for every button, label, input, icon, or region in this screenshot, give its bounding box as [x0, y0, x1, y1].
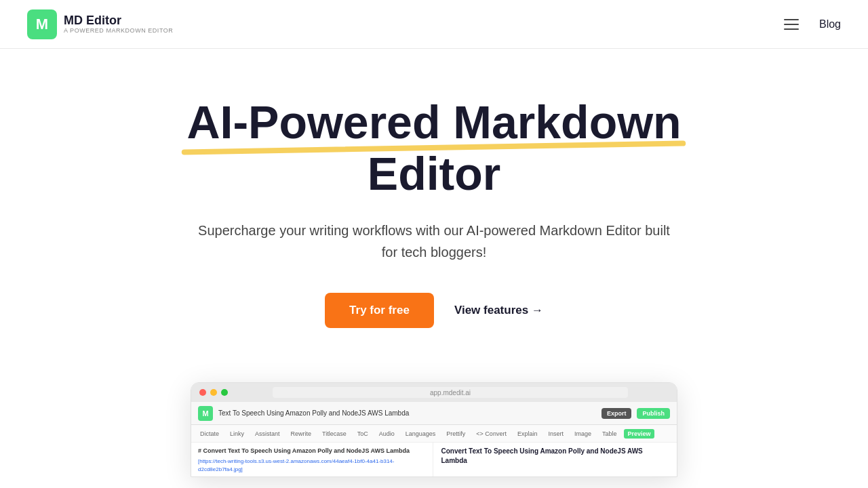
header: M MD Editor A POWERED MARKDOWN EDITOR Bl…: [0, 0, 868, 49]
hero-title: AI-Powered Markdown Editor: [186, 96, 681, 199]
toolbar-rewrite[interactable]: Rewrite: [288, 429, 315, 439]
editor-publish-button[interactable]: Publish: [637, 408, 670, 419]
toolbar-dictate[interactable]: Dictate: [197, 429, 222, 439]
nav-right: Blog: [781, 12, 841, 37]
toolbar-assistant[interactable]: Assistant: [252, 429, 283, 439]
toolbar-preview[interactable]: Preview: [624, 429, 654, 439]
toolbar-titlecase[interactable]: Titlecase: [319, 429, 350, 439]
editor-link-line: [https://tech-writing-tools.s3.us-west-2…: [198, 458, 426, 474]
editor-content-area: # Convert Text To Speech Using Amazon Po…: [191, 443, 677, 476]
hero-buttons: Try for free View features →: [325, 293, 543, 328]
editor-markdown-pane[interactable]: # Convert Text To Speech Using Amazon Po…: [191, 443, 433, 476]
view-features-link[interactable]: View features →: [454, 304, 543, 317]
toolbar-languages[interactable]: Languages: [402, 429, 439, 439]
editor-heading: # Convert Text To Speech Using Amazon Po…: [198, 447, 426, 456]
logo-text: MD Editor A POWERED MARKDOWN EDITOR: [64, 14, 173, 35]
hero-section: AI-Powered Markdown Editor Supercharge y…: [0, 49, 868, 355]
logo-title: MD Editor: [64, 14, 173, 28]
toolbar-audio[interactable]: Audio: [376, 429, 398, 439]
editor-toolbar: M Text To Speech Using Amazon Polly and …: [191, 402, 677, 425]
blog-link[interactable]: Blog: [819, 18, 841, 30]
hamburger-line-2: [784, 24, 799, 25]
url-bar: app.mdedit.ai: [273, 387, 628, 398]
hamburger-line-3: [784, 28, 799, 30]
toolbar-table[interactable]: Table: [599, 429, 620, 439]
window-maximize-dot: [221, 389, 228, 396]
editor-body-text: In this article, we will learn how to us…: [198, 475, 426, 477]
editor-logo-icon: M: [198, 406, 213, 421]
window-chrome: app.mdedit.ai: [191, 383, 677, 402]
hero-subtitle: Supercharge your writing workflows with …: [197, 220, 671, 263]
toolbar-prettify[interactable]: Prettify: [443, 429, 469, 439]
toolbar-image[interactable]: Image: [571, 429, 595, 439]
try-for-free-button[interactable]: Try for free: [325, 293, 434, 328]
logo-subtitle: A POWERED MARKDOWN EDITOR: [64, 27, 173, 34]
toolbar-convert[interactable]: <> Convert: [473, 429, 510, 439]
toolbar-linky[interactable]: Linky: [226, 429, 248, 439]
toolbar-insert[interactable]: Insert: [545, 429, 567, 439]
app-screenshot: app.mdedit.ai M Text To Speech Using Ama…: [191, 382, 677, 477]
hamburger-button[interactable]: [781, 12, 806, 37]
logo[interactable]: M MD Editor A POWERED MARKDOWN EDITOR: [27, 9, 173, 39]
window-close-dot: [199, 389, 206, 396]
hero-title-underline-text: AI-Powered Markdown: [186, 96, 681, 148]
toolbar-explain[interactable]: Explain: [514, 429, 541, 439]
preview-heading: Convert Text To Speech Using Amazon Poll…: [441, 447, 669, 466]
hamburger-line-1: [784, 19, 799, 20]
logo-icon: M: [27, 9, 57, 39]
toolbar-toc[interactable]: ToC: [354, 429, 372, 439]
editor-preview-pane: Convert Text To Speech Using Amazon Poll…: [433, 443, 677, 476]
editor-sub-toolbar: Dictate Linky Assistant Rewrite Titlecas…: [191, 425, 677, 443]
window-minimize-dot: [210, 389, 217, 396]
editor-body: M Text To Speech Using Amazon Polly and …: [191, 402, 677, 476]
editor-doc-title: Text To Speech Using Amazon Polly and No…: [218, 409, 596, 417]
editor-export-button[interactable]: Export: [601, 408, 632, 419]
